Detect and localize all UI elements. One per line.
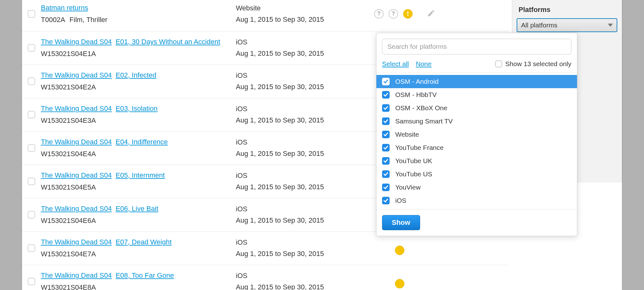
episode-link[interactable]: E04, Indifference [116,138,168,146]
row-platform: iOS [236,138,371,146]
row-dates: Aug 1, 2015 to Sep 30, 2015 [236,150,371,158]
platform-option[interactable]: OSM - Android [376,75,577,88]
row-code: W153021S04E6A [41,217,230,225]
platform-option[interactable]: YouView [376,181,577,194]
platform-option-label: YouTube UK [395,157,432,165]
check-icon [382,131,390,138]
row-dates: Aug 1, 2015 to Sep 30, 2015 [236,49,371,58]
title-link[interactable]: The Walking Dead S04 [41,38,112,46]
title-link[interactable]: Batman returns [41,4,88,12]
check-icon [382,91,390,99]
platform-option[interactable]: Website [376,128,577,141]
row-platform: Website [236,4,371,12]
title-link[interactable]: The Walking Dead S04 [41,205,112,213]
row-dates: Aug 1, 2015 to Sep 30, 2015 [236,83,371,91]
row-dates: Aug 1, 2015 to Sep 30, 2015 [236,216,371,225]
row-checkbox[interactable] [28,144,35,152]
episode-link[interactable]: E06, Live Bait [116,205,158,213]
edit-icon[interactable] [427,9,435,19]
check-icon [382,184,390,191]
check-icon [382,170,390,178]
row-code: W153021S04E3A [41,117,230,125]
episode-link[interactable]: E07, Dead Weight [116,238,172,246]
show-selected-only-label: Show 13 selected only [505,60,571,68]
table-row: Batman returnsT0002AFilm, ThrillerWebsit… [22,0,509,31]
platform-option[interactable]: YouTube France [376,141,577,154]
show-selected-only-checkbox[interactable] [495,60,502,67]
row-platform: iOS [236,105,371,113]
warning-icon [395,246,404,255]
platform-option[interactable]: YouTube US [376,168,577,181]
row-checkbox[interactable] [28,10,35,18]
row-checkbox[interactable] [28,111,35,118]
check-icon [382,104,390,112]
row-dates: Aug 1, 2015 to Sep 30, 2015 [236,250,371,258]
row-checkbox[interactable] [28,244,35,252]
platforms-popup: Select all None Show 13 selected only OS… [376,33,577,236]
row-dates: Aug 1, 2015 to Sep 30, 2015 [236,283,371,290]
episode-link[interactable]: E01, 30 Days Without an Accident [116,38,220,46]
episode-link[interactable]: E05, Internment [116,171,165,179]
platform-search-input[interactable] [382,39,571,54]
platform-option-label: OSM - XBoX One [395,104,447,112]
check-icon [382,117,390,125]
platform-option-label: YouTube France [395,144,444,151]
row-checkbox[interactable] [28,77,35,85]
select-all-link[interactable]: Select all [382,60,409,68]
help-icon[interactable]: ? [389,9,398,19]
check-icon [382,144,390,151]
title-link[interactable]: The Walking Dead S04 [41,138,112,146]
platform-option-label: OSM - HbbTV [395,91,437,99]
platform-option-label: Samsung Smart TV [395,117,453,125]
platform-option-label: Website [395,131,419,138]
platforms-dropdown[interactable]: All platforms [517,18,617,32]
check-icon [382,78,390,85]
row-code: W153021S04E1A [41,50,230,58]
platform-option[interactable]: iOS [376,194,577,207]
table-row: The Walking Dead S04 E08, Too Far GoneW1… [22,265,509,290]
row-code: W153021S04E4A [41,150,230,158]
platform-option-label: YouTube US [395,170,432,178]
platform-option[interactable]: YouTube UK [376,154,577,168]
help-icon[interactable]: ? [374,9,384,19]
row-checkbox[interactable] [28,211,35,219]
platform-option-label: OSM - Android [395,78,439,85]
title-link[interactable]: The Walking Dead S04 [41,105,112,112]
select-none-link[interactable]: None [416,60,431,68]
row-checkbox[interactable] [28,44,35,52]
row-checkbox[interactable] [28,178,35,185]
platforms-dropdown-label: All platforms [521,21,558,29]
row-dates: Aug 1, 2015 to Sep 30, 2015 [236,15,371,24]
row-dates: Aug 1, 2015 to Sep 30, 2015 [236,183,371,191]
platform-option[interactable]: Samsung Smart TV [376,115,577,128]
title-link[interactable]: The Walking Dead S04 [41,171,112,179]
episode-link[interactable]: E02, Infected [116,71,157,79]
warning-icon[interactable]: ! [403,9,413,19]
row-platform: iOS [236,272,371,280]
show-button[interactable]: Show [382,215,420,230]
title-link[interactable]: The Walking Dead S04 [41,71,112,79]
row-code: W153021S04E8A [41,283,230,290]
platform-option-label: YouView [395,184,421,191]
row-platform: iOS [236,38,371,46]
check-icon [382,157,390,165]
row-platform: iOS [236,205,371,213]
platforms-header: Platforms [512,0,622,18]
row-code: W153021S04E5A [41,183,230,191]
chevron-down-icon [608,24,613,27]
check-icon [382,197,390,204]
platform-option[interactable]: OSM - HbbTV [376,88,577,101]
row-code: W153021S04E2A [41,83,230,91]
title-link[interactable]: The Walking Dead S04 [41,238,112,246]
row-checkbox[interactable] [28,278,35,285]
episode-link[interactable]: E08, Too Far Gone [116,271,174,279]
title-link[interactable]: The Walking Dead S04 [41,271,112,279]
episode-link[interactable]: E03, Isolation [116,105,158,112]
row-code: W153021S04E7A [41,250,230,258]
warning-icon [395,279,404,288]
platform-option-label: iOS [395,197,406,204]
row-dates: Aug 1, 2015 to Sep 30, 2015 [236,116,371,124]
row-code: T0002AFilm, Thriller [41,16,230,24]
row-platform: iOS [236,172,371,180]
platform-option[interactable]: OSM - XBoX One [376,101,577,115]
